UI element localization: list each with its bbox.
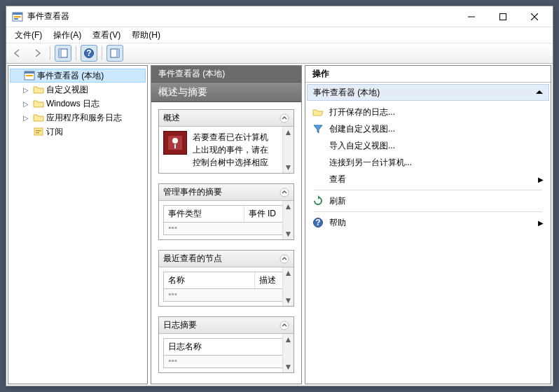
section-body: 若要查看已在计算机 上出现的事件，请在 控制台树中选择相应 ▲▼ bbox=[159, 127, 294, 173]
action-import-custom-view[interactable]: 导入自定义视图... bbox=[310, 137, 546, 154]
action-label: 打开保存的日志... bbox=[329, 106, 395, 118]
help-button[interactable]: ? bbox=[81, 45, 97, 62]
scroll-down-icon[interactable]: ▼ bbox=[284, 361, 293, 372]
folder-icon bbox=[33, 98, 44, 109]
action-create-custom-view[interactable]: 创建自定义视图... bbox=[310, 120, 546, 137]
text-line: 若要查看已在计算机 bbox=[193, 131, 289, 144]
scrollbar[interactable]: ▲▼ bbox=[282, 201, 294, 239]
center-subtitle: 概述与摘要 bbox=[151, 83, 301, 102]
blank-icon bbox=[312, 174, 324, 185]
expand-toggle[interactable]: ▷ bbox=[21, 114, 31, 122]
list-body: ▪▪▪ bbox=[163, 289, 289, 302]
scroll-up-icon[interactable]: ▲ bbox=[284, 267, 293, 279]
folder-icon bbox=[33, 84, 44, 95]
svg-rect-17 bbox=[25, 71, 34, 74]
menu-action[interactable]: 操作(A) bbox=[49, 28, 85, 43]
svg-rect-25 bbox=[174, 144, 176, 148]
svg-rect-1 bbox=[13, 13, 22, 15]
scroll-up-icon[interactable]: ▲ bbox=[284, 201, 293, 212]
show-tree-button[interactable] bbox=[55, 45, 71, 62]
column-header[interactable]: 事件类型 bbox=[164, 206, 244, 222]
svg-text:?: ? bbox=[86, 48, 91, 58]
tree-item-label: 订阅 bbox=[46, 126, 63, 138]
list-body: ▪▪▪ bbox=[163, 356, 289, 368]
scroll-down-icon[interactable]: ▼ bbox=[284, 162, 293, 173]
arrow-right-icon: ▶ bbox=[538, 219, 544, 227]
action-label: 创建自定义视图... bbox=[329, 123, 395, 135]
section-header[interactable]: 最近查看的节点 bbox=[159, 251, 294, 267]
action-label: 连接到另一台计算机... bbox=[329, 157, 412, 169]
tree-item-label: 应用程序和服务日志 bbox=[46, 112, 122, 124]
app-icon bbox=[24, 70, 35, 81]
titlebar: 事件查看器 bbox=[6, 6, 553, 27]
overview-text: 若要查看已在计算机 上出现的事件，请在 控制台树中选择相应 bbox=[193, 131, 289, 169]
chevron-up-icon bbox=[280, 321, 289, 330]
tree-item-subscriptions[interactable]: 订阅 bbox=[10, 125, 146, 139]
scroll-up-icon[interactable]: ▲ bbox=[284, 127, 293, 138]
section-header[interactable]: 概述 bbox=[159, 110, 294, 127]
window-controls bbox=[455, 7, 550, 27]
action-refresh[interactable]: 刷新 bbox=[310, 192, 546, 209]
section-header[interactable]: 日志摘要 bbox=[159, 317, 294, 334]
section-title: 管理事件的摘要 bbox=[163, 186, 222, 198]
app-icon bbox=[12, 11, 23, 22]
svg-text:?: ? bbox=[315, 218, 320, 227]
expand-toggle[interactable]: ▷ bbox=[21, 100, 31, 108]
menu-view[interactable]: 查看(V) bbox=[88, 28, 125, 43]
scroll-down-icon[interactable]: ▼ bbox=[284, 295, 293, 306]
section-header[interactable]: 管理事件的摘要 bbox=[159, 184, 294, 201]
svg-rect-2 bbox=[14, 16, 21, 18]
section-body: 名称 描述 ▪▪▪ ▲▼ bbox=[159, 267, 294, 306]
column-headers: 日志名称 bbox=[163, 338, 289, 356]
help-icon: ? bbox=[312, 217, 324, 228]
action-open-saved-log[interactable]: 打开保存的日志... bbox=[310, 104, 546, 120]
menu-help[interactable]: 帮助(H) bbox=[127, 28, 165, 43]
collapse-up-icon[interactable] bbox=[536, 89, 543, 96]
summary-section: 管理事件的摘要 事件类型 事件 ID ▪▪▪ ▲▼ bbox=[158, 183, 294, 240]
toolbar: ? bbox=[6, 43, 553, 64]
action-view-submenu[interactable]: 查看 ▶ bbox=[310, 171, 546, 188]
column-header[interactable]: 名称 bbox=[164, 272, 255, 288]
scrollbar[interactable]: ▲▼ bbox=[282, 334, 294, 372]
column-header[interactable]: 日志名称 bbox=[164, 339, 214, 355]
action-label: 帮助 bbox=[329, 217, 346, 229]
show-actions-button[interactable] bbox=[106, 45, 123, 62]
tree-item-windows-logs[interactable]: ▷ Windows 日志 bbox=[10, 97, 146, 111]
tree-item-app-services-logs[interactable]: ▷ 应用程序和服务日志 bbox=[10, 111, 146, 125]
expand-toggle[interactable]: ▷ bbox=[21, 86, 31, 94]
action-help[interactable]: ? 帮助 ▶ bbox=[310, 214, 546, 231]
tree-item-label: 自定义视图 bbox=[46, 84, 88, 96]
close-button[interactable] bbox=[518, 7, 550, 27]
svg-rect-19 bbox=[34, 128, 43, 135]
window-title: 事件查看器 bbox=[27, 10, 455, 22]
treeview: 事件查看器 (本地) ▷ 自定义视图 ▷ Windows 日志 ▷ 应用程序和服… bbox=[8, 66, 147, 141]
filter-icon bbox=[312, 123, 324, 134]
svg-point-22 bbox=[280, 114, 289, 122]
section-title: 日志摘要 bbox=[163, 319, 197, 331]
svg-point-26 bbox=[280, 188, 289, 197]
scroll-down-icon[interactable]: ▼ bbox=[284, 228, 293, 239]
blank-icon bbox=[312, 140, 324, 151]
tree-root-node[interactable]: 事件查看器 (本地) bbox=[10, 69, 146, 83]
arrow-right-icon: ▶ bbox=[538, 176, 544, 183]
scroll-up-icon[interactable]: ▲ bbox=[284, 334, 293, 345]
action-connect-another-computer[interactable]: 连接到另一台计算机... bbox=[310, 154, 546, 171]
actions-header: 操作 bbox=[305, 66, 551, 83]
tree-item-custom-views[interactable]: ▷ 自定义视图 bbox=[10, 83, 146, 97]
scrollbar[interactable]: ▲▼ bbox=[282, 267, 294, 306]
maximize-button[interactable] bbox=[487, 7, 518, 27]
window: 事件查看器 文件(F) 操作(A) 查看(V) 帮助(H) ? bbox=[6, 6, 553, 386]
divider bbox=[314, 211, 542, 212]
back-button[interactable] bbox=[9, 45, 26, 62]
body: 事件查看器 (本地) ▷ 自定义视图 ▷ Windows 日志 ▷ 应用程序和服… bbox=[6, 64, 553, 386]
forward-button[interactable] bbox=[29, 45, 46, 62]
scrollbar[interactable]: ▲▼ bbox=[282, 127, 294, 173]
column-headers: 名称 描述 bbox=[163, 272, 289, 289]
subscription-icon bbox=[33, 126, 44, 137]
svg-rect-3 bbox=[14, 18, 18, 20]
minimize-button[interactable] bbox=[455, 7, 487, 27]
actions-group-header[interactable]: 事件查看器 (本地) bbox=[307, 84, 549, 101]
svg-rect-21 bbox=[36, 132, 39, 134]
divider bbox=[314, 190, 542, 190]
menu-file[interactable]: 文件(F) bbox=[11, 28, 46, 43]
